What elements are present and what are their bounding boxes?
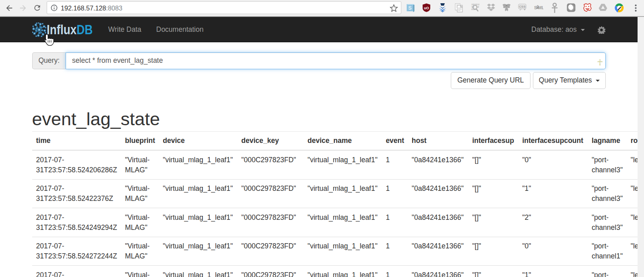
svg-text:S: S [408, 5, 412, 11]
svg-text:uO: uO [424, 6, 429, 10]
svg-text:S ML: S ML [534, 5, 543, 10]
svg-text:CSS: CSS [519, 5, 526, 8]
